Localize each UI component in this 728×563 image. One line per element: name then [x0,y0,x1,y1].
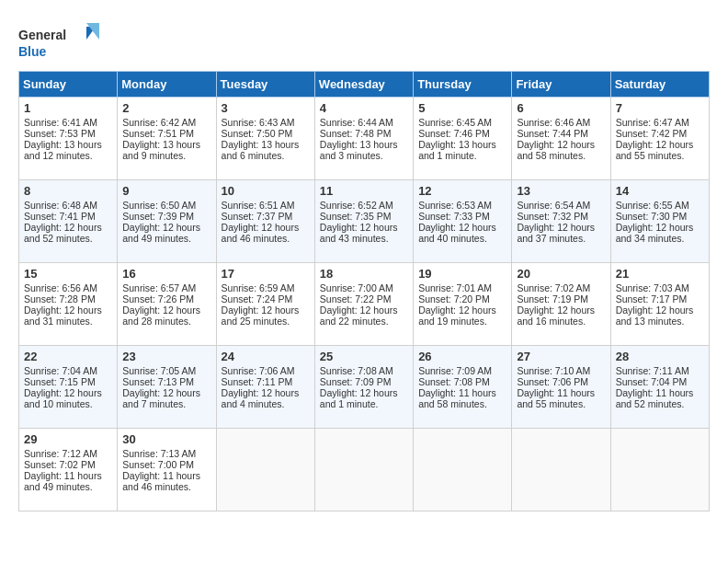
day-info-line: Sunset: 7:08 PM [418,376,506,387]
day-info-line: and 46 minutes. [222,233,310,244]
calendar-cell: 15Sunrise: 6:56 AMSunset: 7:28 PMDayligh… [19,263,118,346]
calendar-cell: 16Sunrise: 6:57 AMSunset: 7:26 PMDayligh… [118,263,216,346]
day-info-line: Sunrise: 7:04 AM [24,365,112,376]
day-number: 17 [222,267,310,281]
day-info-line: Sunrise: 7:13 AM [122,448,210,459]
day-header-friday: Friday [512,72,610,98]
calendar-cell [512,429,610,511]
calendar-week-row: 29Sunrise: 7:12 AMSunset: 7:02 PMDayligh… [19,429,710,511]
calendar-cell: 18Sunrise: 7:00 AMSunset: 7:22 PMDayligh… [314,263,413,346]
calendar-cell: 13Sunrise: 6:54 AMSunset: 7:32 PMDayligh… [512,180,610,263]
calendar-cell: 2Sunrise: 6:42 AMSunset: 7:51 PMDaylight… [118,98,216,180]
day-number: 28 [616,350,704,363]
calendar-cell: 25Sunrise: 7:08 AMSunset: 7:09 PMDayligh… [314,346,413,429]
day-info-line: Sunrise: 6:46 AM [517,117,605,128]
day-number: 29 [24,432,112,446]
day-info-line: and 22 minutes. [320,316,408,327]
calendar-cell: 29Sunrise: 7:12 AMSunset: 7:02 PMDayligh… [19,429,118,511]
day-info-line: Sunset: 7:44 PM [517,128,605,139]
logo-svg: General Blue [18,23,101,62]
day-header-wednesday: Wednesday [314,72,413,98]
day-info-line: Sunset: 7:39 PM [122,211,210,222]
day-info-line: Sunset: 7:09 PM [320,376,408,387]
day-info-line: Sunset: 7:35 PM [320,211,408,222]
day-info-line: Sunrise: 6:44 AM [320,117,408,128]
calendar-cell: 14Sunrise: 6:55 AMSunset: 7:30 PMDayligh… [610,180,709,263]
day-info-line: Daylight: 12 hours [24,304,112,316]
day-info-line: and 37 minutes. [517,233,605,244]
day-number: 3 [222,101,310,115]
day-info-line: and 1 minute. [320,398,408,409]
day-info-line: Sunset: 7:42 PM [616,128,704,139]
calendar-cell: 1Sunrise: 6:41 AMSunset: 7:53 PMDaylight… [19,98,118,180]
day-info-line: Sunrise: 7:06 AM [222,365,310,376]
day-info-line: and 52 minutes. [24,233,112,244]
calendar-cell: 12Sunrise: 6:53 AMSunset: 7:33 PMDayligh… [414,180,512,263]
calendar-cell [216,429,314,511]
calendar-body: 1Sunrise: 6:41 AMSunset: 7:53 PMDaylight… [19,98,710,511]
day-info-line: Daylight: 11 hours [122,470,210,481]
day-info-line: Sunrise: 7:03 AM [616,282,704,293]
day-info-line: Sunrise: 7:12 AM [24,448,112,459]
calendar-cell: 23Sunrise: 7:05 AMSunset: 7:13 PMDayligh… [118,346,216,429]
calendar-cell: 19Sunrise: 7:01 AMSunset: 7:20 PMDayligh… [414,263,512,346]
day-number: 10 [222,184,310,198]
day-info-line: Sunset: 7:48 PM [320,128,408,139]
day-info-line: Sunset: 7:04 PM [616,376,704,387]
calendar-cell: 27Sunrise: 7:10 AMSunset: 7:06 PMDayligh… [512,346,610,429]
day-info-line: Daylight: 12 hours [616,222,704,233]
day-number: 12 [418,184,506,198]
day-info-line: Sunset: 7:17 PM [616,293,704,304]
day-info-line: and 58 minutes. [418,398,506,409]
day-info-line: Sunrise: 7:05 AM [122,365,210,376]
calendar-cell: 4Sunrise: 6:44 AMSunset: 7:48 PMDaylight… [314,98,413,180]
day-info-line: Sunset: 7:02 PM [24,459,112,470]
day-info-line: Sunrise: 6:45 AM [418,117,506,128]
calendar-cell: 8Sunrise: 6:48 AMSunset: 7:41 PMDaylight… [19,180,118,263]
day-info-line: Daylight: 12 hours [222,304,310,316]
day-info-line: Sunset: 7:13 PM [122,376,210,387]
day-info-line: Sunrise: 6:42 AM [122,117,210,128]
day-info-line: Daylight: 12 hours [418,304,506,316]
day-number: 1 [24,101,112,115]
day-number: 25 [320,350,408,363]
day-info-line: Sunrise: 6:59 AM [222,282,310,293]
day-info-line: Daylight: 12 hours [24,387,112,398]
day-info-line: and 58 minutes. [517,150,605,161]
day-info-line: and 10 minutes. [24,398,112,409]
day-info-line: Sunrise: 7:09 AM [418,365,506,376]
day-header-tuesday: Tuesday [216,72,314,98]
calendar-cell: 20Sunrise: 7:02 AMSunset: 7:19 PMDayligh… [512,263,610,346]
day-info-line: Sunrise: 7:01 AM [418,282,506,293]
day-number: 2 [122,101,210,115]
day-info-line: and 7 minutes. [122,398,210,409]
day-info-line: and 3 minutes. [320,150,408,161]
calendar-cell: 6Sunrise: 6:46 AMSunset: 7:44 PMDaylight… [512,98,610,180]
day-info-line: Sunset: 7:26 PM [122,293,210,304]
day-info-line: and 4 minutes. [222,398,310,409]
day-info-line: and 31 minutes. [24,316,112,327]
day-number: 9 [122,184,210,198]
day-info-line: Sunset: 7:19 PM [517,293,605,304]
svg-text:Blue: Blue [18,44,47,59]
day-info-line: and 6 minutes. [222,150,310,161]
day-info-line: Daylight: 12 hours [222,387,310,398]
day-number: 16 [122,267,210,281]
day-info-line: and 55 minutes. [616,150,704,161]
day-info-line: Daylight: 11 hours [418,387,506,398]
day-info-line: and 49 minutes. [24,481,112,492]
calendar-cell: 30Sunrise: 7:13 AMSunset: 7:00 PMDayligh… [118,429,216,511]
calendar-cell [314,429,413,511]
day-info-line: Sunrise: 7:10 AM [517,365,605,376]
logo: General Blue [18,23,101,62]
day-info-line: Daylight: 12 hours [616,139,704,150]
day-info-line: Sunset: 7:06 PM [517,376,605,387]
day-info-line: and 12 minutes. [24,150,112,161]
day-info-line: Sunset: 7:50 PM [222,128,310,139]
day-info-line: Sunrise: 6:54 AM [517,200,605,211]
day-info-line: Daylight: 12 hours [222,222,310,233]
day-info-line: Sunset: 7:53 PM [24,128,112,139]
day-number: 6 [517,101,605,115]
day-number: 30 [122,432,210,446]
day-info-line: Daylight: 12 hours [616,304,704,316]
